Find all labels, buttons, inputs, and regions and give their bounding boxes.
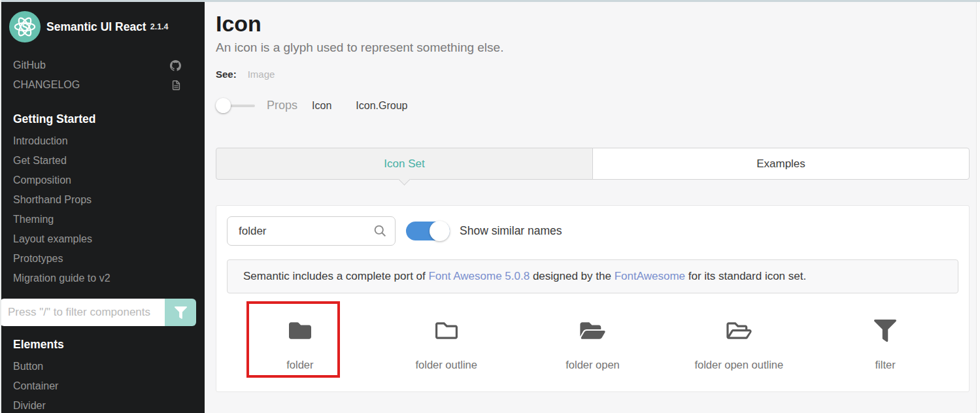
component-filter-button[interactable]	[165, 299, 196, 326]
changelog-link-label: CHANGELOG	[13, 79, 80, 91]
sidebar-link-changelog[interactable]: CHANGELOG	[0, 75, 205, 95]
icon-cell-filter[interactable]: filter	[812, 297, 958, 371]
sidebar-item-migration-guide[interactable]: Migration guide to v2	[0, 269, 205, 288]
icon-cell-folder-outline[interactable]: folder outline	[373, 297, 520, 371]
page-scrollbar[interactable]	[976, 0, 980, 413]
icon-label: folder open	[520, 359, 666, 371]
atom-icon: S	[10, 12, 39, 41]
message-text-prefix: Semantic includes a complete port of	[243, 270, 428, 282]
see-row: See: Image	[216, 69, 970, 80]
logo-row[interactable]: S Semantic UI React 2.1.4	[9, 11, 205, 42]
sidebar-item-get-started[interactable]: Get Started	[0, 151, 205, 171]
folder-open-icon	[578, 320, 607, 342]
icon-label: folder outline	[373, 359, 520, 371]
icon-search-row: Show similar names	[227, 216, 958, 246]
sidebar-item-theming[interactable]: Theming	[0, 210, 205, 229]
show-similar-toggle-knob	[430, 221, 450, 241]
component-filter	[0, 299, 196, 326]
icon-set-pane: Show similar names Semantic includes a c…	[216, 205, 970, 392]
app-window: S Semantic UI React 2.1.4 GitHub CHANGEL…	[0, 0, 980, 413]
main-content: Icon An icon is a glyph used to represen…	[205, 0, 980, 413]
icon-cell-folder[interactable]: folder	[227, 297, 373, 371]
folder-open-outline-icon	[724, 320, 754, 342]
window-left-border	[0, 0, 1, 413]
sidebar-item-divider[interactable]: Divider	[0, 396, 205, 413]
props-toggle[interactable]	[216, 97, 255, 114]
icon-search-input[interactable]	[227, 216, 396, 246]
sidebar: S Semantic UI React 2.1.4 GitHub CHANGEL…	[0, 0, 205, 413]
sidebar-item-introduction[interactable]: Introduction	[0, 131, 205, 151]
app-title: Semantic UI React	[46, 20, 146, 34]
page-subtitle: An icon is a glyph used to represent som…	[216, 41, 970, 55]
tab-menu: Icon Set Examples	[216, 148, 970, 180]
sidebar-item-composition[interactable]: Composition	[0, 171, 205, 190]
font-awesome-message: Semantic includes a complete port of Fon…	[227, 259, 958, 293]
sidebar-item-prototypes[interactable]: Prototypes	[0, 249, 205, 269]
tab-icon-set[interactable]: Icon Set	[216, 148, 593, 180]
search-icon	[373, 224, 387, 238]
page-title: Icon	[216, 11, 970, 36]
props-label: Props	[267, 99, 297, 112]
icon-label: folder open outline	[666, 359, 812, 371]
file-icon	[171, 80, 181, 91]
message-text-suffix: for its standard icon set.	[685, 270, 806, 282]
component-filter-input[interactable]	[0, 299, 165, 326]
sidebar-item-layout-examples[interactable]: Layout examples	[0, 229, 205, 249]
svg-text:S: S	[22, 20, 28, 33]
props-bar: Props Icon Icon.Group	[216, 97, 970, 114]
see-link-image[interactable]: Image	[248, 69, 275, 80]
semantic-ui-logo-icon: S	[9, 11, 41, 42]
icon-search-box	[227, 216, 396, 246]
icon-label: filter	[812, 359, 958, 371]
font-awesome-version-link[interactable]: Font Awesome 5.0.8	[428, 270, 530, 282]
app-version: 2.1.4	[150, 22, 169, 31]
icon-cell-folder-open-outline[interactable]: folder open outline	[666, 297, 812, 371]
see-label: See:	[216, 69, 237, 80]
filter-icon	[874, 320, 896, 342]
sidebar-link-github[interactable]: GitHub	[0, 56, 205, 75]
section-header-elements: Elements	[0, 338, 205, 352]
icon-label: folder	[227, 359, 373, 371]
props-item-icon[interactable]: Icon	[312, 100, 331, 112]
icon-cell-folder-open[interactable]: folder open	[520, 297, 666, 371]
folder-outline-icon	[433, 320, 460, 342]
folder-icon	[287, 320, 313, 342]
sidebar-item-shorthand-props[interactable]: Shorthand Props	[0, 190, 205, 210]
props-item-icon-group[interactable]: Icon.Group	[356, 100, 407, 112]
show-similar-toggle[interactable]	[406, 222, 450, 240]
sidebar-item-button[interactable]: Button	[0, 357, 205, 376]
filter-icon	[175, 306, 187, 319]
sidebar-item-container[interactable]: Container	[0, 376, 205, 396]
github-link-label: GitHub	[13, 59, 46, 71]
tab-examples[interactable]: Examples	[592, 148, 970, 180]
icon-grid: folder folder outline folder open	[227, 297, 958, 371]
section-header-getting-started: Getting Started	[0, 112, 205, 126]
github-icon	[170, 60, 181, 71]
props-toggle-knob	[216, 98, 231, 113]
show-similar-label: Show similar names	[460, 224, 562, 238]
font-awesome-link[interactable]: FontAwesome	[615, 270, 685, 282]
message-text-middle: designed by the	[530, 270, 614, 282]
window-top-border	[0, 0, 980, 2]
